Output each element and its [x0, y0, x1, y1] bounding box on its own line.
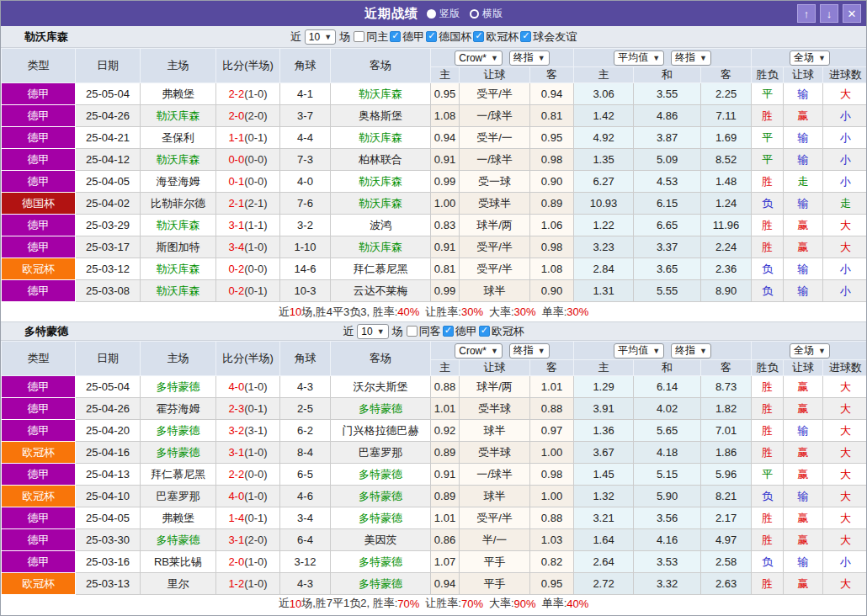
scope-select[interactable]: 全场▼ [790, 343, 830, 358]
average-select[interactable]: 平均值▼ [614, 343, 664, 358]
section-dortmund: 多特蒙德 近 10 ▼ 场 同客 德甲 [1, 322, 866, 612]
crow-handicap: 受平/半 [460, 258, 530, 280]
handicap-rate-label: 让胜率: [425, 596, 461, 611]
avg-home-odds: 3.21 [574, 507, 634, 529]
avg-draw-odds: 6.15 [634, 193, 701, 215]
crow-handicap: 一/球半 [460, 464, 530, 486]
score-cell: 3-1(1-1) [216, 215, 280, 236]
radio-vertical-layout[interactable]: 竖版 [427, 7, 460, 21]
score-cell: 2-2(1-0) [216, 83, 280, 105]
home-team: 勒沃库森 [141, 280, 216, 302]
radio-horizontal-layout[interactable]: 横版 [470, 7, 503, 21]
filter-checkbox[interactable]: 同客 [407, 324, 441, 339]
scope-header-cell: 全场▼ [752, 342, 867, 360]
competition-badge: 德甲 [2, 376, 76, 398]
corner-cell: 4-1 [280, 83, 331, 105]
result-handicap: 输 [784, 193, 823, 215]
move-up-button[interactable]: ↑ [797, 4, 816, 23]
crow-handicap: 一/球半 [460, 105, 530, 127]
result-handicap: 赢 [784, 442, 823, 464]
close-icon: ✕ [848, 8, 857, 20]
match-row: 德甲 25-04-13 拜仁慕尼黑 2-2(0-0) 6-5 多特蒙德 0.91… [2, 464, 867, 486]
competition-badge: 德国杯 [2, 193, 76, 215]
close-button[interactable]: ✕ [843, 4, 861, 23]
avg-away-odds: 4.97 [701, 529, 752, 551]
filter-checkbox[interactable]: 德甲 [390, 29, 424, 45]
filter-checkbox[interactable]: 同主 [354, 29, 388, 45]
crow-handicap: 受球半 [460, 193, 530, 215]
match-date: 25-05-04 [76, 376, 141, 398]
avg-draw-odds: 4.16 [634, 529, 701, 551]
corner-cell: 10-3 [280, 280, 331, 302]
corner-cell: 8-4 [280, 442, 331, 464]
halftime-score: (1-1) [244, 219, 267, 231]
summary-leverkusen: 近10场,胜4平3负3, 胜率:40%让胜率:30%大率:30%单率:30% [1, 302, 866, 322]
home-team: 弗赖堡 [141, 507, 216, 529]
match-date: 25-04-05 [76, 507, 141, 529]
crow-handicap: 受半球 [460, 442, 530, 464]
col-header-avg-draw: 和 [634, 67, 701, 83]
filter-checkbox[interactable]: 欧冠杯 [479, 324, 524, 339]
big-rate: 30% [514, 305, 536, 318]
home-team: 弗赖堡 [141, 83, 216, 105]
result-goals: 大 [823, 464, 867, 486]
bookmaker-select[interactable]: Crow*▼ [455, 50, 503, 66]
average-select[interactable]: 平均值▼ [614, 50, 664, 66]
odds-stage-select[interactable]: 终指▼ [509, 343, 550, 358]
average-stage-select[interactable]: 终指▼ [671, 50, 711, 66]
match-row: 德甲 25-05-04 弗赖堡 2-2(1-0) 4-1 勒沃库森 0.95 受… [2, 83, 867, 105]
result-handicap: 赢 [784, 105, 823, 127]
average-stage-select[interactable]: 终指▼ [671, 343, 711, 358]
fulltime-score: 0-1 [228, 175, 244, 188]
chevron-down-icon: ▼ [652, 54, 660, 62]
competition-badge: 德甲 [2, 529, 76, 551]
crow-handicap: 受平/半 [460, 236, 530, 258]
avg-draw-odds: 5.09 [634, 149, 701, 171]
result-handicap: 赢 [784, 529, 823, 551]
checkbox-label: 同客 [419, 324, 441, 339]
filterbar-dortmund: 多特蒙德 近 10 ▼ 场 同客 德甲 [1, 322, 866, 341]
match-date: 25-05-04 [76, 83, 141, 105]
match-count-select[interactable]: 10 ▼ [357, 324, 388, 339]
team-name: 勒沃库森 [24, 29, 68, 45]
summary-dortmund: 近10场,胜7平1负2, 胜率:70%让胜率:70%大率:90%单率:40% [1, 595, 866, 612]
crow-handicap: 球半 [460, 486, 530, 507]
crow-home-odds: 0.94 [431, 573, 460, 595]
match-count-select[interactable]: 10 ▼ [305, 29, 336, 45]
crow-home-odds: 1.01 [431, 507, 460, 529]
filter-checkbox[interactable]: 德甲 [443, 324, 477, 339]
corner-cell: 7-3 [280, 149, 331, 171]
odds-stage-select[interactable]: 终指▼ [509, 50, 550, 66]
avg-home-odds: 1.35 [574, 149, 634, 171]
filter-checkbox[interactable]: 球会友谊 [520, 29, 577, 45]
halftime-score: (1-0) [244, 490, 267, 502]
big-rate-label: 大率: [489, 596, 514, 611]
match-date: 25-04-16 [76, 442, 141, 464]
col-header-home: 主场 [141, 342, 216, 376]
single-rate: 30% [566, 305, 588, 318]
avg-away-odds: 8.52 [701, 149, 752, 171]
competition-badge: 德甲 [2, 171, 76, 193]
move-down-button[interactable]: ↓ [820, 4, 838, 23]
win-rate: 70% [397, 597, 419, 610]
crow-home-odds: 0.81 [431, 258, 460, 280]
crow-handicap: 平手 [460, 551, 530, 573]
avg-home-odds: 1.31 [574, 280, 634, 302]
result-handicap: 输 [784, 486, 823, 507]
scope-select[interactable]: 全场▼ [790, 50, 830, 66]
bookmaker-select[interactable]: Crow*▼ [455, 343, 503, 358]
bookmaker-select-value: Crow* [459, 52, 487, 64]
away-team: 奥格斯堡 [331, 105, 431, 127]
checkbox-icon [443, 326, 454, 337]
crow-home-odds: 1.01 [431, 398, 460, 420]
filter-checkbox[interactable]: 欧冠杯 [473, 29, 519, 45]
fulltime-score: 3-1 [228, 534, 244, 546]
home-team: 勒沃库森 [141, 149, 216, 171]
col-header-goals: 进球数 [823, 360, 867, 376]
near-label: 近 [343, 324, 354, 339]
crow-handicap: 球半 [460, 280, 530, 302]
score-cell: 1-1(0-1) [216, 127, 280, 149]
filter-checkbox[interactable]: 德国杯 [426, 29, 471, 45]
crow-away-odds: 0.95 [530, 573, 574, 595]
avg-away-odds: 2.24 [701, 236, 752, 258]
